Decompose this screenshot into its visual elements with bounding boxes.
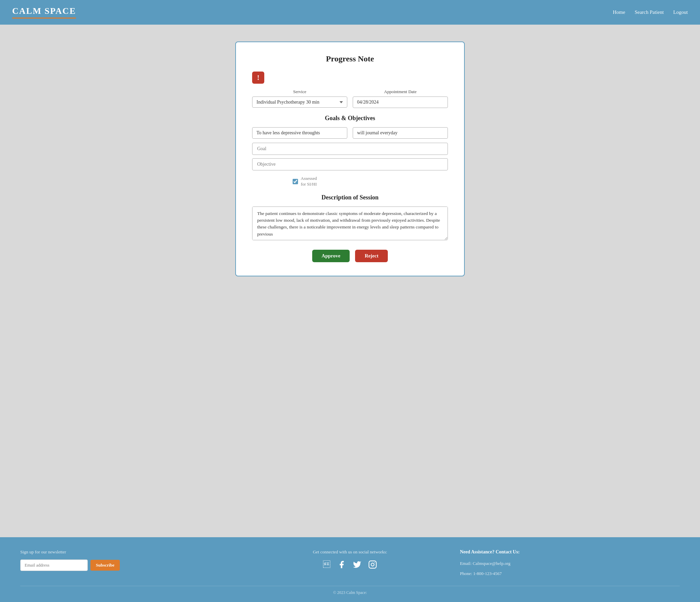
svg-rect-0: [369, 561, 376, 568]
goals-row: [252, 127, 448, 139]
goals-section-title: Goals & Objectives: [252, 115, 448, 122]
social-label: Get connected with us on social networks…: [313, 549, 387, 555]
contact-phone-label: Phone:: [460, 571, 472, 576]
footer: Sign up for our newsletter Subscribe Get…: [0, 537, 700, 602]
description-section-title: Description of Session: [252, 194, 448, 201]
nav-search-patient[interactable]: Search Patient: [634, 9, 664, 15]
email-input[interactable]: [20, 559, 88, 571]
description-textarea[interactable]: The patient continues to demonstrate cla…: [252, 206, 448, 240]
twitter-icon[interactable]: [353, 560, 361, 569]
facebook-icon[interactable]: : [323, 560, 330, 569]
nav-home[interactable]: Home: [613, 9, 625, 15]
contact-email-value: Calmspace@help.org: [473, 561, 511, 566]
copyright-text: © 2023 Calm Space:: [333, 590, 367, 595]
brand-name: CALM SPACE: [12, 6, 76, 16]
main-nav: Home Search Patient Logout: [613, 9, 688, 15]
brand-underline: [12, 18, 76, 19]
contact-email: Email: Calmspace@help.org: [460, 561, 511, 566]
contact-title: Need Assistance? Contact Us:: [460, 549, 520, 555]
contact-email-label: Email:: [460, 561, 472, 566]
alert-icon: !: [252, 72, 264, 84]
assessed-label: Assessedfor SI/HI: [301, 176, 317, 187]
objective-new-input[interactable]: [252, 158, 448, 170]
service-date-row: Service Individual Psychotherapy 30 minI…: [252, 89, 448, 108]
header: CALM SPACE Home Search Patient Logout: [0, 0, 700, 25]
service-select[interactable]: Individual Psychotherapy 30 minIndividua…: [252, 97, 347, 108]
newsletter-row: Subscribe: [20, 559, 120, 571]
service-label: Service: [252, 89, 347, 95]
objective-existing-input[interactable]: [353, 127, 448, 139]
contact-col: Need Assistance? Contact Us: Email: Calm…: [460, 549, 680, 578]
social-col: Get connected with us on social networks…: [240, 549, 460, 569]
appointment-date-input[interactable]: [353, 97, 448, 108]
facebook-icon[interactable]: [337, 560, 346, 569]
newsletter-col: Sign up for our newsletter Subscribe: [20, 549, 240, 571]
center-inputs: [252, 143, 448, 170]
subscribe-button[interactable]: Subscribe: [91, 560, 120, 571]
service-group: Service Individual Psychotherapy 30 minI…: [252, 89, 347, 108]
main-content: Progress Note ! Service Individual Psych…: [0, 25, 700, 537]
assessed-row: Assessedfor SI/HI: [252, 176, 448, 187]
alert-icon-wrap: !: [252, 72, 448, 84]
contact-phone-value: 1-800-123-4567: [473, 571, 502, 576]
goal-new-input[interactable]: [252, 143, 448, 155]
social-icons: : [323, 560, 377, 569]
instagram-icon[interactable]: [368, 560, 377, 569]
svg-point-1: [371, 563, 374, 566]
btn-row: Approve Reject: [252, 250, 448, 262]
appointment-date-group: Appointment Date: [353, 89, 448, 108]
footer-copyright: © 2023 Calm Space:: [20, 586, 680, 595]
card-title: Progress Note: [252, 54, 448, 64]
nav-logout[interactable]: Logout: [673, 9, 688, 15]
brand: CALM SPACE: [12, 6, 76, 19]
svg-point-2: [374, 562, 375, 563]
goal-existing-input[interactable]: [252, 127, 347, 139]
contact-phone: Phone: 1-800-123-4567: [460, 571, 502, 576]
approve-button[interactable]: Approve: [312, 250, 350, 262]
newsletter-label: Sign up for our newsletter: [20, 549, 66, 555]
reject-button[interactable]: Reject: [355, 250, 388, 262]
footer-top: Sign up for our newsletter Subscribe Get…: [20, 549, 680, 578]
progress-note-card: Progress Note ! Service Individual Psych…: [235, 42, 465, 276]
assessed-checkbox[interactable]: [293, 179, 298, 184]
appointment-date-label: Appointment Date: [353, 89, 448, 95]
